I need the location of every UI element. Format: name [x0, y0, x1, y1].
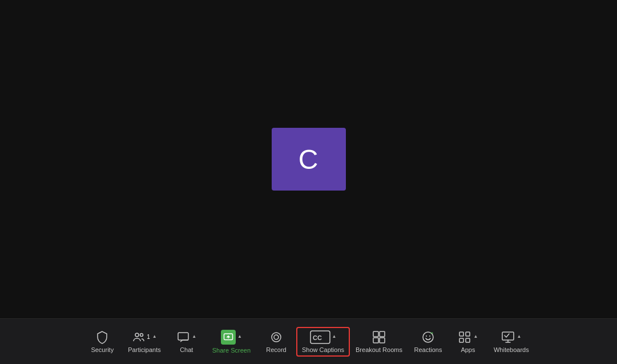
apps-label: Apps [461, 346, 475, 353]
shield-icon [95, 330, 109, 344]
share-screen-icon-bg [221, 330, 236, 345]
share-screen-label: Share Screen [212, 347, 251, 354]
svg-rect-2 [178, 333, 188, 340]
participants-icon [132, 330, 146, 344]
svg-rect-15 [459, 332, 463, 336]
participants-button[interactable]: 1 ▲ Participants [122, 327, 166, 357]
svg-point-12 [423, 332, 433, 342]
svg-rect-18 [466, 338, 470, 342]
svg-rect-19 [502, 332, 514, 340]
record-button[interactable]: Record [256, 327, 296, 357]
svg-point-0 [135, 333, 139, 337]
show-captions-button[interactable]: CC ▲ Show Captions [296, 327, 350, 357]
svg-point-1 [140, 333, 143, 336]
svg-point-14 [429, 335, 430, 337]
chat-button[interactable]: ▲ Chat [167, 327, 207, 357]
security-button[interactable]: Security [82, 327, 122, 357]
record-icon [269, 330, 283, 344]
svg-rect-11 [380, 338, 385, 343]
svg-point-5 [274, 335, 279, 339]
participant-avatar: C [272, 128, 346, 191]
captions-chevron: ▲ [332, 334, 337, 339]
whiteboards-label: Whiteboards [494, 346, 529, 353]
apps-button[interactable]: ▲ Apps [448, 327, 488, 357]
participants-chevron: ▲ [152, 334, 157, 339]
share-screen-button[interactable]: ▲ Share Screen [207, 326, 256, 357]
security-label: Security [91, 346, 114, 353]
whiteboards-button[interactable]: ▲ Whiteboards [488, 327, 535, 357]
video-area: C [0, 0, 617, 318]
show-captions-label: Show Captions [302, 346, 344, 353]
avatar-letter: C [299, 144, 319, 175]
svg-rect-10 [373, 338, 378, 343]
reactions-button[interactable]: Reactions [408, 327, 448, 357]
whiteboard-icon [501, 330, 515, 344]
breakout-icon [372, 330, 386, 344]
svg-rect-8 [373, 331, 378, 337]
share-screen-chevron: ▲ [237, 334, 242, 339]
chat-chevron: ▲ [192, 334, 196, 339]
apps-icon [458, 330, 471, 344]
svg-rect-16 [466, 332, 470, 336]
participant-count: 1 [147, 334, 150, 340]
svg-point-4 [272, 333, 281, 342]
cc-icon: CC [310, 330, 330, 344]
reactions-label: Reactions [414, 346, 442, 353]
breakout-rooms-label: Breakout Rooms [356, 346, 402, 353]
share-screen-icon [223, 332, 233, 342]
participants-label: Participants [128, 346, 160, 353]
chat-icon [176, 330, 190, 344]
svg-rect-9 [380, 331, 385, 337]
apps-chevron: ▲ [473, 334, 478, 339]
reactions-icon [421, 330, 435, 344]
chat-label: Chat [180, 346, 193, 353]
whiteboards-chevron: ▲ [517, 334, 521, 339]
svg-point-13 [426, 335, 427, 337]
meeting-toolbar: Security 1 ▲ Participants ▲ Chat [0, 318, 617, 364]
svg-rect-17 [459, 338, 463, 342]
record-label: Record [266, 346, 286, 353]
svg-text:CC: CC [313, 334, 322, 341]
breakout-rooms-button[interactable]: Breakout Rooms [350, 327, 408, 357]
